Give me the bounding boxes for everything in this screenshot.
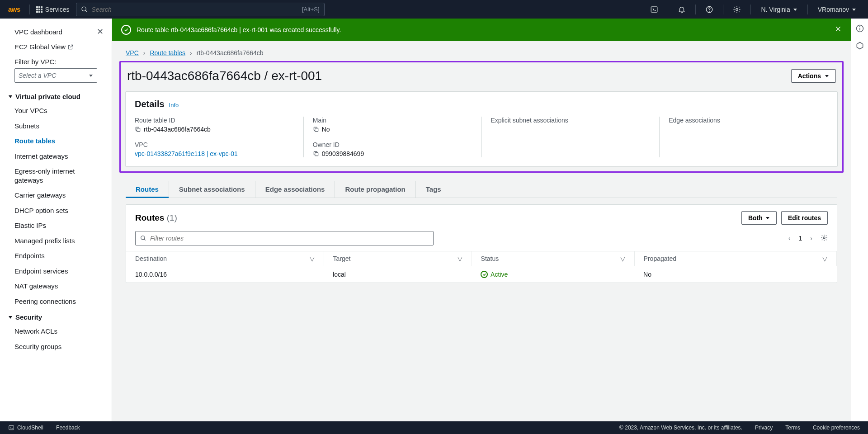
- chevron-right-icon: ›: [143, 49, 146, 57]
- ec2-global-view-link[interactable]: EC2 Global View: [0, 40, 112, 53]
- table-row[interactable]: 10.0.0.0/16 local Active No: [126, 266, 837, 283]
- sort-icon[interactable]: ▽: [310, 255, 315, 262]
- highlight-box: rtb-0443ac686fa7664cb / ex-rt-001 Action…: [119, 61, 844, 173]
- edge-assoc-label: Edge associations: [669, 117, 828, 124]
- routes-panel: Routes (1) Both Edit routes ‹: [126, 204, 837, 283]
- actions-button[interactable]: Actions: [791, 69, 836, 83]
- check-icon: [481, 271, 488, 278]
- caret-down-icon: [765, 216, 770, 220]
- svg-point-24: [859, 27, 860, 27]
- sort-icon[interactable]: ▽: [620, 255, 625, 262]
- sidebar-item-managed-prefix-lists[interactable]: Managed prefix lists: [0, 233, 112, 249]
- search-icon: [140, 235, 146, 241]
- info-link[interactable]: Info: [169, 102, 179, 108]
- vpc-link[interactable]: vpc-01433827a61f9e118 | ex-vpc-01: [135, 150, 238, 157]
- routes-table: Destination▽ Target▽ Status▽ Propagated▽…: [126, 251, 837, 283]
- section-security[interactable]: Security: [0, 309, 112, 324]
- tab-routes[interactable]: Routes: [126, 181, 169, 198]
- search-input[interactable]: [92, 6, 298, 13]
- breadcrumb-route-tables[interactable]: Route tables: [150, 49, 185, 57]
- divider: [29, 5, 30, 14]
- filter-routes-input[interactable]: [150, 235, 429, 242]
- sidebar-item-elastic-ips[interactable]: Elastic IPs: [0, 218, 112, 233]
- tabs: Routes Subnet associations Edge associat…: [126, 181, 837, 198]
- grid-icon: [36, 6, 42, 13]
- svg-marker-11: [9, 316, 12, 319]
- sidebar-item-your-vpcs[interactable]: Your VPCs: [0, 103, 112, 118]
- cell-status: Active: [472, 266, 634, 283]
- sidebar-item-subnets[interactable]: Subnets: [0, 118, 112, 134]
- svg-rect-15: [137, 128, 140, 132]
- copy-icon[interactable]: [135, 126, 141, 132]
- filter-routes-input-wrap[interactable]: [135, 231, 434, 245]
- services-label: Services: [45, 6, 70, 13]
- sidebar-item-network-acls[interactable]: Network ACLs: [0, 324, 112, 339]
- tab-edge-associations[interactable]: Edge associations: [255, 181, 335, 198]
- vpc-dashboard-link[interactable]: VPC dashboard: [14, 28, 62, 36]
- sort-icon[interactable]: ▽: [822, 255, 827, 262]
- privacy-link[interactable]: Privacy: [755, 425, 773, 431]
- col-target[interactable]: Target▽: [324, 251, 472, 266]
- top-nav: aws Services [Alt+S] N. Virginia VRomano…: [0, 0, 868, 19]
- terms-link[interactable]: Terms: [785, 425, 800, 431]
- col-destination[interactable]: Destination▽: [126, 251, 324, 266]
- services-menu[interactable]: Services: [36, 6, 70, 13]
- caret-down-icon: [8, 94, 13, 99]
- routes-title: Routes (1): [135, 213, 177, 223]
- svg-point-0: [82, 7, 86, 11]
- sidebar-item-security-groups[interactable]: Security groups: [0, 339, 112, 354]
- cookie-prefs-link[interactable]: Cookie preferences: [813, 425, 860, 431]
- sidebar-item-endpoint-services[interactable]: Endpoint services: [0, 264, 112, 279]
- cell-destination: 10.0.0.0/16: [126, 266, 324, 283]
- tab-tags[interactable]: Tags: [416, 181, 451, 198]
- sidebar-item-route-tables[interactable]: Route tables: [0, 133, 112, 149]
- prev-page-button[interactable]: ‹: [788, 235, 791, 242]
- col-status[interactable]: Status▽: [472, 251, 634, 266]
- close-icon[interactable]: ✕: [97, 27, 104, 37]
- feedback-link[interactable]: Feedback: [56, 425, 80, 431]
- caret-down-icon: [89, 73, 93, 78]
- route-table-id-label: Route table ID: [135, 117, 294, 124]
- svg-marker-18: [766, 217, 769, 219]
- cell-target: local: [324, 266, 472, 283]
- next-page-button[interactable]: ›: [810, 235, 812, 242]
- sidebar-item-dhcp-option-sets[interactable]: DHCP option sets: [0, 203, 112, 218]
- table-settings-button[interactable]: [821, 234, 828, 243]
- info-icon[interactable]: [855, 24, 864, 33]
- search-shortcut: [Alt+S]: [302, 6, 320, 13]
- cloudshell-link[interactable]: CloudShell: [8, 425, 43, 431]
- copy-icon[interactable]: [313, 151, 319, 157]
- notifications-icon[interactable]: [675, 2, 689, 17]
- copy-icon[interactable]: [313, 126, 319, 132]
- search-box[interactable]: [Alt+S]: [76, 3, 325, 16]
- settings-icon[interactable]: [730, 2, 744, 17]
- section-vpc[interactable]: Virtual private cloud: [0, 88, 112, 103]
- caret-down-icon: [825, 74, 829, 78]
- svg-marker-8: [852, 9, 856, 11]
- footer: CloudShell Feedback © 2023, Amazon Web S…: [0, 421, 868, 434]
- col-propagated[interactable]: Propagated▽: [634, 251, 836, 266]
- edit-routes-button[interactable]: Edit routes: [781, 211, 828, 225]
- sidebar-item-carrier-gateways[interactable]: Carrier gateways: [0, 188, 112, 203]
- both-dropdown[interactable]: Both: [741, 211, 777, 225]
- aws-logo[interactable]: aws: [8, 5, 20, 13]
- filter-by-vpc-label: Filter by VPC:: [0, 53, 112, 68]
- sidebar-item-endpoints[interactable]: Endpoints: [0, 248, 112, 264]
- vpc-select[interactable]: Select a VPC: [14, 68, 97, 83]
- help-icon[interactable]: [702, 2, 717, 17]
- sidebar-item-egress-only-igw[interactable]: Egress-only internet gateways: [0, 164, 112, 188]
- sidebar-item-peering-connections[interactable]: Peering connections: [0, 294, 112, 309]
- sidebar-item-nat-gateways[interactable]: NAT gateways: [0, 278, 112, 294]
- dismiss-banner-button[interactable]: [835, 25, 842, 34]
- user-menu[interactable]: VRomanov: [814, 6, 860, 13]
- hexagon-icon[interactable]: [855, 41, 864, 50]
- tab-subnet-associations[interactable]: Subnet associations: [169, 181, 255, 198]
- breadcrumb-vpc[interactable]: VPC: [126, 49, 139, 57]
- region-selector[interactable]: N. Virginia: [757, 6, 801, 13]
- sort-icon[interactable]: ▽: [458, 255, 462, 262]
- search-icon: [81, 6, 88, 13]
- cell-propagated: No: [634, 266, 836, 283]
- sidebar-item-internet-gateways[interactable]: Internet gateways: [0, 149, 112, 164]
- cloudshell-icon[interactable]: [647, 2, 661, 17]
- tab-route-propagation[interactable]: Route propagation: [335, 181, 415, 198]
